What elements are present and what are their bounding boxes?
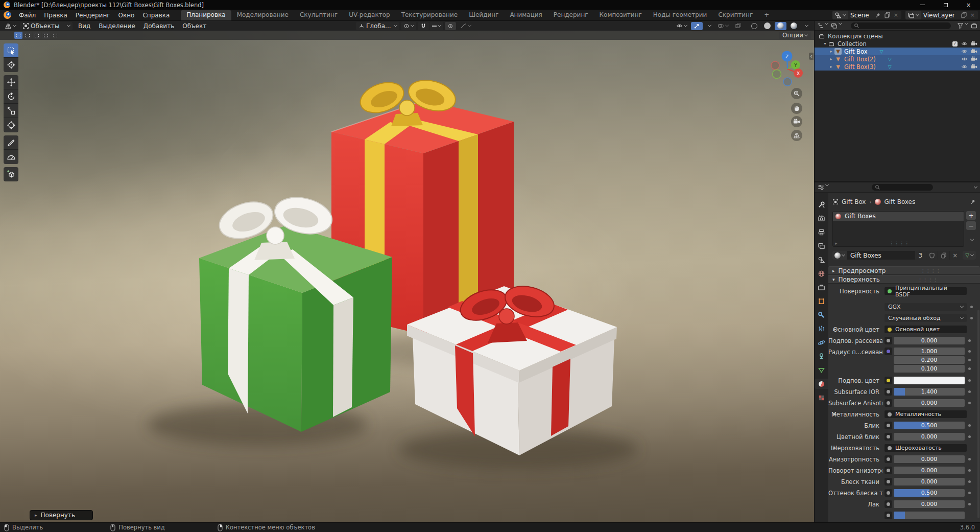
render-visibility-icon[interactable] (971, 40, 977, 47)
decorator-dot[interactable] (968, 469, 971, 472)
zoom-button[interactable] (791, 88, 802, 99)
minimize-button[interactable] (911, 0, 934, 10)
scrollbar[interactable] (977, 310, 979, 518)
drag-grip-icon[interactable]: ⋮⋮⋮⋮ (921, 268, 941, 273)
mode-dropdown[interactable]: Объекты (20, 22, 73, 30)
menu-select[interactable]: Выделение (94, 22, 139, 30)
decorator-dot[interactable] (970, 306, 973, 308)
tool-cursor[interactable] (4, 58, 18, 72)
decorator-dot[interactable] (968, 379, 971, 382)
base-color-node-link[interactable]: Основной цвет (885, 326, 967, 333)
unlink-material-icon[interactable]: × (949, 251, 960, 260)
pivot-point-dropdown[interactable] (401, 22, 416, 30)
gift-boxes-scene[interactable] (0, 21, 814, 522)
close-button[interactable]: × (957, 0, 980, 10)
menu-add[interactable]: Добавить (139, 22, 178, 30)
filter-restriction-dropdown[interactable] (831, 22, 842, 29)
snap-toggle[interactable] (418, 22, 429, 30)
menu-view[interactable]: Вид (74, 22, 94, 30)
expander-icon[interactable]: ▶ (833, 327, 836, 332)
tab-compositing[interactable]: Композитинг (594, 10, 648, 20)
breadcrumb-material[interactable]: Gift Boxes (884, 198, 915, 205)
shading-material-preview-button[interactable] (775, 22, 786, 30)
axis-minus-z[interactable] (783, 78, 792, 86)
tab-tool[interactable] (816, 199, 828, 210)
decorator-dot[interactable] (970, 317, 973, 319)
panel-surface[interactable]: ▾ Поверхность ⋮⋮⋮⋮ (828, 275, 980, 284)
value-slider[interactable]: 0.500 (894, 489, 965, 497)
decorator-dot[interactable] (968, 435, 971, 438)
outliner-row-gift-box-3[interactable]: ▸ ▼ Gift Box(3) ▽ (815, 63, 980, 71)
properties-search-input[interactable] (872, 184, 933, 191)
tab-render[interactable] (816, 213, 828, 223)
add-slot-button[interactable]: + (966, 211, 976, 220)
tool-annotate[interactable] (4, 135, 18, 150)
value-slider[interactable]: 0.500 (894, 422, 965, 429)
menu-help[interactable]: Справка (138, 12, 174, 19)
shading-wireframe-button[interactable] (749, 22, 760, 30)
outliner-row-scene-collection[interactable]: Коллекция сцены (815, 32, 980, 40)
socket-icon[interactable] (885, 388, 892, 396)
value-slider[interactable]: 0.000 (894, 399, 965, 407)
new-collection-button[interactable] (971, 22, 977, 29)
pin-icon[interactable] (970, 199, 976, 205)
outliner-row-gift-box-2[interactable]: ▸ ▼ Gift Box(2) ▽ (815, 55, 980, 63)
menu-edit[interactable]: Правка (40, 12, 71, 19)
perspective-toggle-button[interactable] (791, 130, 802, 141)
tab-object-data[interactable] (816, 365, 828, 375)
tab-scripting[interactable]: Скриптинг (712, 10, 758, 20)
proportional-falloff-dropdown[interactable] (458, 22, 473, 30)
outliner-search-input[interactable] (851, 22, 951, 29)
select-mode-subtract[interactable] (33, 32, 41, 39)
copy-icon[interactable] (882, 12, 892, 18)
menu-render[interactable]: Рендеринг (71, 12, 114, 19)
copy-material-icon[interactable] (938, 251, 949, 260)
tab-geometry-nodes[interactable]: Ноды геометрии (648, 10, 713, 20)
render-visibility-icon[interactable] (971, 63, 977, 70)
tab-view-layer[interactable] (816, 241, 828, 251)
material-slot-list[interactable]: Gift Boxes ▸ ⋮⋮⋮⋮ (832, 211, 964, 247)
decorator-dot[interactable] (968, 492, 971, 494)
show-overlays-toggle[interactable] (715, 22, 731, 30)
expander-icon[interactable]: ▾ (822, 41, 828, 46)
panel-preview[interactable]: ▸ Предпросмотр ⋮⋮⋮⋮ (828, 266, 980, 275)
remove-slot-button[interactable]: − (966, 221, 976, 230)
render-visibility-icon[interactable] (971, 48, 977, 55)
gizmo-dropdown[interactable] (704, 22, 713, 30)
tab-world[interactable] (816, 268, 828, 279)
decorator-dot[interactable] (968, 359, 971, 361)
options-dropdown[interactable]: Опции (779, 32, 811, 39)
decorator-dot[interactable] (968, 350, 971, 353)
properties-options-dropdown[interactable] (973, 186, 977, 189)
expander-icon[interactable]: ▸ (828, 49, 834, 54)
camera-view-button[interactable] (791, 116, 802, 127)
tool-select-box[interactable] (4, 43, 18, 58)
tool-move[interactable] (4, 75, 18, 89)
tab-object[interactable] (816, 296, 828, 306)
drag-grip-icon[interactable]: ⋮⋮⋮⋮ (918, 277, 938, 282)
hide-eye-icon[interactable] (961, 63, 968, 70)
checkbox-icon[interactable]: ✓ (952, 41, 958, 47)
tool-transform[interactable] (4, 118, 18, 132)
socket-icon[interactable] (885, 348, 892, 355)
expander-icon[interactable]: ▸ (828, 57, 834, 61)
scene-selector[interactable]: Scene × (832, 11, 901, 19)
shading-dropdown[interactable] (801, 22, 810, 30)
hide-eye-icon[interactable] (961, 40, 968, 47)
tab-modifiers[interactable] (816, 310, 828, 320)
viewlayer-selector[interactable]: ViewLayer × (905, 11, 978, 19)
add-workspace-button[interactable]: + (758, 10, 775, 20)
menu-window[interactable]: Окно (114, 12, 139, 19)
use-nodes-icon[interactable]: ▽ (963, 251, 976, 260)
decorator-dot[interactable] (968, 402, 971, 404)
value-slider[interactable]: 1.400 (894, 388, 965, 396)
display-mode-dropdown[interactable] (817, 22, 828, 29)
radius-x-field[interactable]: 1.000 (894, 348, 965, 355)
value-slider[interactable]: 0.000 (894, 455, 965, 463)
menu-file[interactable]: Файл (15, 12, 40, 19)
tab-animation[interactable]: Анимация (504, 10, 547, 20)
tab-modeling[interactable]: Моделирование (231, 10, 294, 20)
tab-scene[interactable] (816, 255, 828, 265)
remove-icon[interactable]: × (969, 12, 976, 18)
radius-z-field[interactable]: 0.100 (894, 365, 965, 373)
